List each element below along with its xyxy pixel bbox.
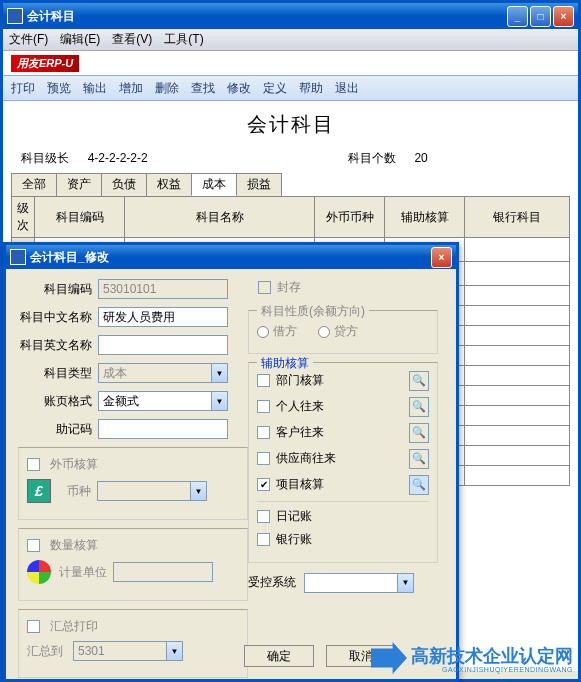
- nature-fieldset: 科目性质(余额方向) 借方 贷方: [248, 310, 438, 354]
- tb-help[interactable]: 帮助: [299, 80, 323, 97]
- type-select: 成本 ▼: [98, 363, 228, 383]
- debit-radio: 借方: [257, 323, 297, 340]
- vendor-label: 供应商往来: [276, 450, 336, 467]
- window-title: 会计科目: [27, 8, 507, 25]
- logo-bar: 用友ERP-U: [3, 51, 578, 75]
- col-code: 科目编码: [35, 197, 125, 238]
- watermark-icon: [371, 642, 407, 674]
- tab-liab[interactable]: 负债: [101, 173, 147, 196]
- watermark: 高新技术企业认定网 GAOXINJISHUQIYERENDINGWANG: [371, 642, 573, 674]
- col-bank: 银行科目: [465, 197, 570, 238]
- seal-label: 封存: [277, 279, 301, 296]
- menu-file[interactable]: 文件(F): [9, 31, 48, 48]
- code-label: 科目编码: [18, 281, 92, 298]
- logo: 用友ERP-U: [11, 55, 79, 72]
- currency-label: 币种: [51, 483, 91, 500]
- maximize-button[interactable]: □: [530, 6, 551, 27]
- project-checkbox[interactable]: ✔: [257, 478, 270, 491]
- customer-checkbox[interactable]: [257, 426, 270, 439]
- minimize-button[interactable]: _: [507, 6, 528, 27]
- chevron-down-icon: ▼: [166, 642, 182, 660]
- dept-checkbox[interactable]: [257, 374, 270, 387]
- pie-icon: [27, 560, 51, 584]
- qty-input: [113, 562, 213, 582]
- tab-all[interactable]: 全部: [11, 173, 57, 196]
- aux-legend: 辅助核算: [257, 355, 313, 372]
- search-icon[interactable]: 🔍: [409, 397, 429, 417]
- summary-select: 5301▼: [73, 641, 183, 661]
- controlled-select[interactable]: ▼: [304, 573, 414, 593]
- person-checkbox[interactable]: [257, 400, 270, 413]
- daily-checkbox[interactable]: [257, 510, 270, 523]
- edit-dialog: 会计科目_修改 × 科目编码 科目中文名称 科目英文名称 科目类型 成本: [3, 242, 459, 682]
- chevron-down-icon[interactable]: ▼: [211, 392, 227, 410]
- tb-define[interactable]: 定义: [263, 80, 287, 97]
- tb-export[interactable]: 输出: [83, 80, 107, 97]
- tb-modify[interactable]: 修改: [227, 80, 251, 97]
- qty-legend: 数量核算: [46, 537, 102, 554]
- page-title: 会计科目: [11, 107, 570, 148]
- qty-fieldset: 数量核算 计量单位: [18, 528, 248, 601]
- tb-find[interactable]: 查找: [191, 80, 215, 97]
- qty-label: 计量单位: [51, 564, 107, 581]
- project-label: 项目核算: [276, 476, 324, 493]
- seal-checkbox: [258, 281, 271, 294]
- credit-radio: 贷方: [318, 323, 358, 340]
- tab-cost[interactable]: 成本: [191, 173, 237, 196]
- bank-checkbox[interactable]: [257, 533, 270, 546]
- level-label: 科目级长: [21, 151, 69, 165]
- format-label: 账页格式: [18, 393, 92, 410]
- search-icon[interactable]: 🔍: [409, 371, 429, 391]
- level-value: 4-2-2-2-2-2: [88, 151, 148, 165]
- format-select[interactable]: 金额式 ▼: [98, 391, 228, 411]
- menu-tools[interactable]: 工具(T): [164, 31, 203, 48]
- currency-checkbox[interactable]: [27, 458, 40, 471]
- pound-icon: £: [27, 479, 51, 503]
- chevron-down-icon: ▼: [211, 364, 227, 382]
- vendor-checkbox[interactable]: [257, 452, 270, 465]
- ename-input[interactable]: [98, 335, 228, 355]
- tb-add[interactable]: 增加: [119, 80, 143, 97]
- dialog-close-button[interactable]: ×: [431, 247, 452, 268]
- summary-checkbox[interactable]: [27, 620, 40, 633]
- tab-strip: 全部 资产 负债 权益 成本 损益: [11, 173, 570, 196]
- tab-pl[interactable]: 损益: [236, 173, 282, 196]
- dialog-titlebar[interactable]: 会计科目_修改 ×: [6, 245, 456, 269]
- menubar: 文件(F) 编辑(E) 查看(V) 工具(T): [3, 29, 578, 51]
- search-icon[interactable]: 🔍: [409, 449, 429, 469]
- mnemonic-input[interactable]: [98, 419, 228, 439]
- count-label: 科目个数: [348, 151, 396, 165]
- summary-label: 汇总到: [27, 643, 73, 660]
- chevron-down-icon: ▼: [190, 482, 206, 500]
- menu-view[interactable]: 查看(V): [112, 31, 152, 48]
- currency-select: ▼: [97, 481, 207, 501]
- search-icon[interactable]: 🔍: [409, 475, 429, 495]
- tb-exit[interactable]: 退出: [335, 80, 359, 97]
- main-titlebar[interactable]: 会计科目 _ □ ×: [3, 3, 578, 29]
- ok-button[interactable]: 确定: [244, 645, 314, 667]
- search-icon[interactable]: 🔍: [409, 423, 429, 443]
- tab-equity[interactable]: 权益: [146, 173, 192, 196]
- col-currency: 外币币种: [315, 197, 385, 238]
- close-button[interactable]: ×: [553, 6, 574, 27]
- customer-label: 客户往来: [276, 424, 324, 441]
- cname-input[interactable]: [98, 307, 228, 327]
- ename-label: 科目英文名称: [18, 337, 92, 354]
- type-label: 科目类型: [18, 365, 92, 382]
- chevron-down-icon[interactable]: ▼: [397, 574, 413, 592]
- currency-fieldset: 外币核算 £ 币种 ▼: [18, 447, 248, 520]
- dialog-icon: [10, 249, 26, 265]
- tb-preview[interactable]: 预览: [47, 80, 71, 97]
- tb-print[interactable]: 打印: [11, 80, 35, 97]
- col-aux: 辅助核算: [385, 197, 465, 238]
- tb-delete[interactable]: 删除: [155, 80, 179, 97]
- summary-legend: 汇总打印: [46, 618, 102, 635]
- toolbar: 打印 预览 输出 增加 删除 查找 修改 定义 帮助 退出: [3, 75, 578, 101]
- qty-checkbox[interactable]: [27, 539, 40, 552]
- col-name: 科目名称: [125, 197, 315, 238]
- menu-edit[interactable]: 编辑(E): [60, 31, 100, 48]
- controlled-label: 受控系统: [248, 574, 304, 591]
- tab-asset[interactable]: 资产: [56, 173, 102, 196]
- currency-legend: 外币核算: [46, 456, 102, 473]
- watermark-text: 高新技术企业认定网: [411, 644, 573, 668]
